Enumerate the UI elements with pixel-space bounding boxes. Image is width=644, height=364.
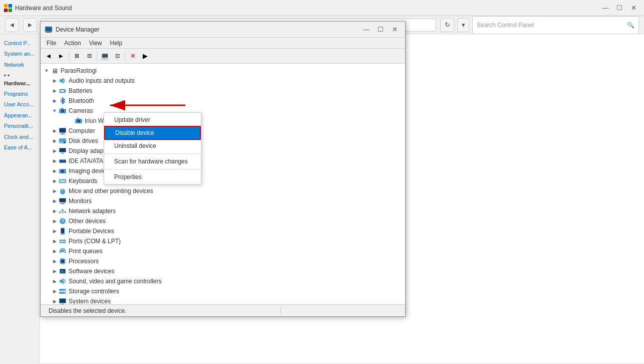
tree-network-expand[interactable]: ▶ [51, 207, 59, 215]
tree-item-diskdrives[interactable]: ▶ Disk drives [41, 136, 405, 146]
tree-diskdrives-expand[interactable]: ▶ [51, 137, 59, 145]
tree-item-network[interactable]: ▶ Network adapters [41, 206, 405, 216]
tree-item-computer[interactable]: ▶ Computer [41, 126, 405, 136]
dm-tool-properties[interactable]: ⊞ [71, 50, 83, 62]
dm-status-text: Disables the selected device. [45, 307, 281, 314]
dm-tool-scan[interactable]: 💻 [99, 50, 111, 62]
tree-batteries-expand[interactable]: ▶ [51, 87, 59, 95]
tree-other-expand[interactable]: ▶ [51, 217, 59, 225]
sidebar-item-ease[interactable]: Ease of A... [2, 142, 38, 153]
tree-display-expand[interactable]: ▶ [51, 147, 59, 155]
tree-keyboards-expand[interactable]: ▶ [51, 177, 59, 185]
dm-maximize-btn[interactable]: ☐ [374, 24, 387, 35]
sidebar-item-network[interactable]: Network [2, 60, 38, 70]
tree-batteries-icon [59, 87, 67, 95]
tree-item-other[interactable]: ▶ ? Other devices [41, 216, 405, 226]
tree-item-portable[interactable]: ▶ Portable Devices [41, 226, 405, 236]
cp-minimize-btn[interactable]: — [599, 3, 612, 14]
tree-item-software[interactable]: ▶ Software devices [41, 266, 405, 276]
dm-tree[interactable]: ▼ 🖥 ParasRastogi ▶ Audio inputs and outp… [41, 64, 405, 304]
cp-titlebar: Hardware and Sound — ☐ ✕ [0, 0, 644, 16]
cp-dropdown-btn[interactable]: ▾ [457, 18, 469, 32]
tree-root-expand[interactable]: ▼ [43, 67, 51, 75]
tree-system-expand[interactable]: ▶ [51, 297, 59, 304]
tree-item-monitors[interactable]: ▶ Monitors [41, 196, 405, 206]
cp-forward-btn[interactable]: ► [23, 18, 37, 32]
tree-computer-expand[interactable]: ▶ [51, 127, 59, 135]
cp-maximize-btn[interactable]: ☐ [613, 3, 626, 14]
cp-back-btn[interactable]: ◄ [5, 18, 19, 32]
svg-text:?: ? [61, 219, 64, 224]
tree-item-print[interactable]: ▶ Print queues [41, 246, 405, 256]
tree-portable-expand[interactable]: ▶ [51, 227, 59, 235]
dm-close-btn[interactable]: ✕ [388, 24, 401, 35]
dm-titlebar-icon [45, 26, 53, 34]
dm-menu-file[interactable]: File [43, 39, 60, 48]
tree-item-storage[interactable]: ▶ Storage controllers [41, 286, 405, 296]
sidebar-item-system[interactable]: System an... [2, 49, 38, 59]
tree-item-iriun[interactable]: Iriun Webcam [41, 116, 405, 126]
tree-ports-expand[interactable]: ▶ [51, 237, 59, 245]
cp-refresh-btn[interactable]: ↻ [440, 18, 454, 32]
dm-tool-add[interactable]: ⊡ [111, 50, 123, 62]
tree-print-icon [59, 247, 67, 255]
tree-print-expand[interactable]: ▶ [51, 247, 59, 255]
tree-item-ports[interactable]: ▶ Ports (COM & LPT) [41, 236, 405, 246]
tree-item-cameras[interactable]: ▼ Cameras [41, 106, 405, 116]
tree-item-system[interactable]: ▶ System devices [41, 296, 405, 304]
svg-rect-67 [62, 241, 63, 242]
tree-monitors-expand[interactable]: ▶ [51, 197, 59, 205]
tree-root[interactable]: ▼ 🖥 ParasRastogi [41, 66, 405, 76]
svg-rect-63 [61, 229, 64, 233]
sidebar-item-appearance[interactable]: Appearan... [2, 110, 38, 121]
ctx-sep2 [104, 169, 201, 169]
tree-item-audio[interactable]: ▶ Audio inputs and outputs [41, 76, 405, 86]
sidebar-item-control-panel[interactable]: Control P... [2, 38, 38, 49]
ctx-properties[interactable]: Properties [104, 171, 201, 183]
tree-ide-expand[interactable]: ▶ [51, 157, 59, 165]
dm-tool-back[interactable]: ◄ [43, 50, 55, 62]
sidebar-item-user-accounts[interactable]: User Acco... [2, 99, 38, 110]
cp-search-box[interactable]: Search Control Panel 🔍 [472, 16, 639, 34]
tree-item-bluetooth[interactable]: ▶ Bluetooth [41, 96, 405, 106]
tree-cameras-expand[interactable]: ▼ [51, 107, 59, 115]
sidebar-item-clock[interactable]: Clock and... [2, 132, 38, 142]
cp-sidebar: Control P... System an... Network • Hard… [0, 34, 40, 363]
tree-item-keyboards[interactable]: ▶ Keyboards [41, 176, 405, 186]
tree-storage-expand[interactable]: ▶ [51, 287, 59, 295]
tree-item-mice[interactable]: ▶ Mice and other pointing devices [41, 186, 405, 196]
tree-item-sound[interactable]: ▶ Sound, video and game controllers [41, 276, 405, 286]
ctx-disable-device[interactable]: Disable device [104, 126, 201, 140]
tree-sound-expand[interactable]: ▶ [51, 277, 59, 285]
tree-software-label: Software devices [69, 268, 114, 275]
tree-item-imaging[interactable]: ▶ Imaging devices [41, 166, 405, 176]
tree-item-batteries[interactable]: ▶ Batteries [41, 86, 405, 96]
ctx-update-driver[interactable]: Update driver [104, 114, 201, 126]
sidebar-item-personalization[interactable]: Personalit... [2, 121, 38, 131]
tree-audio-expand[interactable]: ▶ [51, 77, 59, 85]
tree-imaging-expand[interactable]: ▶ [51, 167, 59, 175]
tree-item-ide[interactable]: ▶ IDE ATA/ATAPI controllers [41, 156, 405, 166]
tree-system-icon [59, 297, 67, 304]
tree-processors-expand[interactable]: ▶ [51, 257, 59, 265]
dm-tool-help[interactable]: ▶ [139, 50, 151, 62]
cp-close-btn[interactable]: ✕ [627, 3, 640, 14]
dm-tool-remove[interactable]: ✕ [127, 50, 139, 62]
dm-menu-view[interactable]: View [85, 39, 106, 48]
ctx-uninstall-device[interactable]: Uninstall device [104, 140, 201, 152]
ctx-scan-hardware[interactable]: Scan for hardware changes [104, 155, 201, 167]
tree-bluetooth-expand[interactable]: ▶ [51, 97, 59, 105]
tree-monitors-icon [59, 197, 67, 205]
dm-tool-forward[interactable]: ► [55, 50, 67, 62]
tree-item-display[interactable]: ▶ Display adapters [41, 146, 405, 156]
dm-menu-help[interactable]: Help [106, 39, 127, 48]
tree-software-expand[interactable]: ▶ [51, 267, 59, 275]
dm-tool-update[interactable]: ⊟ [83, 50, 95, 62]
dm-minimize-btn[interactable]: — [360, 24, 373, 35]
dm-menu-action[interactable]: Action [60, 39, 85, 48]
tree-mice-expand[interactable]: ▶ [51, 187, 59, 195]
dm-statusbar: Disables the selected device. [41, 304, 405, 316]
tree-item-processors[interactable]: ▶ Processors [41, 256, 405, 266]
sidebar-item-programs[interactable]: Programs [2, 89, 38, 99]
sidebar-item-hardware[interactable]: • Hardwar... [2, 70, 38, 89]
